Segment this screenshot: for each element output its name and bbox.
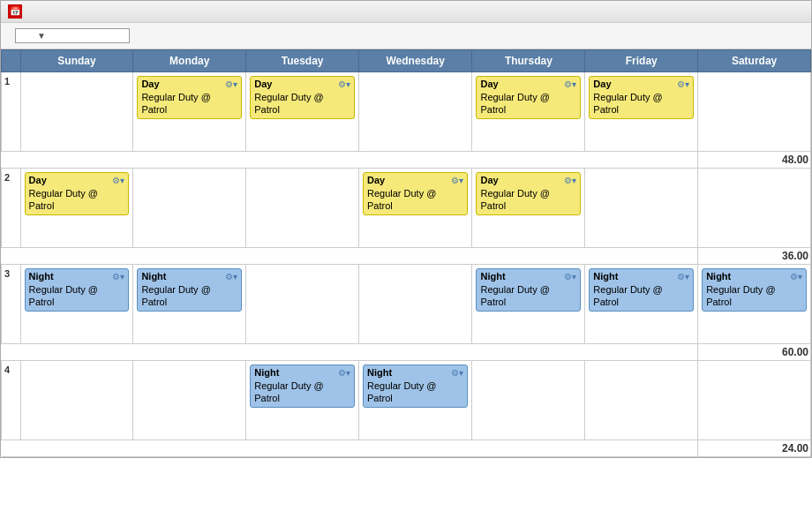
week-total-row-3: 60.00 xyxy=(2,344,811,361)
gear-icon[interactable]: ⚙▾ xyxy=(677,272,689,282)
gear-icon[interactable]: ⚙▾ xyxy=(338,368,350,378)
week-total-row-2: 36.00 xyxy=(2,248,811,265)
schedule-calendar: Sunday Monday Tuesday Wednesday Thursday… xyxy=(1,49,811,457)
cell-week4-friday xyxy=(585,361,698,440)
gear-icon[interactable]: ⚙▾ xyxy=(451,368,463,378)
gear-icon[interactable]: ⚙▾ xyxy=(564,79,576,89)
shift-body: Regular Duty @ Patrol xyxy=(254,91,350,116)
shift-body: Regular Duty @ Patrol xyxy=(141,91,237,116)
week-total-4: 24.00 xyxy=(698,440,811,457)
shift-name: Day xyxy=(480,175,498,185)
cell-week3-monday: Night⚙▾Regular Duty @ Patrol xyxy=(133,265,246,344)
cell-week2-monday xyxy=(133,169,246,248)
week-total-spacer-2 xyxy=(2,248,698,265)
gear-icon[interactable]: ⚙▾ xyxy=(338,79,350,89)
shift-name: Night xyxy=(593,271,618,282)
cell-week2-tuesday xyxy=(246,169,359,248)
shift-header: Night⚙▾ xyxy=(254,367,350,378)
cell-week3-friday: Night⚙▾Regular Duty @ Patrol xyxy=(585,265,698,344)
shift-card-week2-sunday-0: Day⚙▾Regular Duty @ Patrol xyxy=(25,172,130,215)
cell-week3-saturday: Night⚙▾Regular Duty @ Patrol xyxy=(698,265,811,344)
shift-name: Night xyxy=(254,367,279,378)
cell-week4-sunday xyxy=(20,361,133,440)
shift-card-week2-thursday-0: Day⚙▾Regular Duty @ Patrol xyxy=(476,172,581,215)
week-total-1: 48.00 xyxy=(698,152,811,169)
week-row-3: 3Night⚙▾Regular Duty @ PatrolNight⚙▾Regu… xyxy=(2,265,811,344)
week-total-spacer-4 xyxy=(2,440,698,457)
shift-card-week3-sunday-0: Night⚙▾Regular Duty @ Patrol xyxy=(25,268,130,312)
shift-name: Day xyxy=(593,79,611,89)
cell-week4-wednesday: Night⚙▾Regular Duty @ Patrol xyxy=(358,361,471,440)
shift-body: Regular Duty @ Patrol xyxy=(29,283,125,309)
shift-header: Day⚙▾ xyxy=(480,79,576,89)
shift-name: Day xyxy=(254,79,272,89)
shift-name: Night xyxy=(29,271,54,282)
week-total-3: 60.00 xyxy=(698,344,811,361)
calendar-header-row: Sunday Monday Tuesday Wednesday Thursday… xyxy=(2,50,811,72)
shift-card-week3-friday-0: Night⚙▾Regular Duty @ Patrol xyxy=(589,268,694,312)
shift-header: Night⚙▾ xyxy=(593,271,689,282)
week-number-1: 1 xyxy=(2,72,21,152)
shift-body: Regular Duty @ Patrol xyxy=(254,379,350,405)
cell-week4-tuesday: Night⚙▾Regular Duty @ Patrol xyxy=(246,361,359,440)
cell-week3-tuesday xyxy=(246,265,359,344)
shift-header: Day⚙▾ xyxy=(480,175,576,185)
shift-card-week4-tuesday-0: Night⚙▾Regular Duty @ Patrol xyxy=(250,364,355,408)
shift-card-week4-wednesday-0: Night⚙▾Regular Duty @ Patrol xyxy=(363,364,468,408)
shift-header: Night⚙▾ xyxy=(29,271,125,282)
cell-week2-saturday xyxy=(698,169,811,248)
shift-body: Regular Duty @ Patrol xyxy=(480,283,576,309)
shift-card-week1-friday-0: Day⚙▾Regular Duty @ Patrol xyxy=(589,76,694,119)
gear-icon[interactable]: ⚙▾ xyxy=(225,272,237,282)
shift-name: Night xyxy=(367,367,392,378)
shift-header: Night⚙▾ xyxy=(706,271,802,282)
shift-card-week1-tuesday-0: Day⚙▾Regular Duty @ Patrol xyxy=(250,76,355,119)
shift-card-week3-saturday-0: Night⚙▾Regular Duty @ Patrol xyxy=(702,268,807,312)
gear-icon[interactable]: ⚙▾ xyxy=(564,272,576,282)
week-number-4: 4 xyxy=(2,361,21,440)
shift-name: Day xyxy=(29,175,47,185)
week-number-2: 2 xyxy=(2,169,21,248)
main-window: 📅 ▼ Sunday Monday Tuesday Wednesday Thur… xyxy=(0,0,812,458)
header-thursday: Thursday xyxy=(472,50,585,72)
gear-icon[interactable]: ⚙▾ xyxy=(677,79,689,89)
shift-card-week3-monday-0: Night⚙▾Regular Duty @ Patrol xyxy=(137,268,242,312)
week-row-4: 4Night⚙▾Regular Duty @ PatrolNight⚙▾Regu… xyxy=(2,361,811,440)
cell-week4-saturday xyxy=(698,361,811,440)
shift-header: Night⚙▾ xyxy=(367,367,463,378)
week-row-2: 2Day⚙▾Regular Duty @ PatrolDay⚙▾Regular … xyxy=(2,169,811,248)
cell-week1-saturday xyxy=(698,72,811,152)
shift-card-week2-wednesday-0: Day⚙▾Regular Duty @ Patrol xyxy=(363,172,468,215)
gear-icon[interactable]: ⚙▾ xyxy=(564,176,576,185)
header-wednesday: Wednesday xyxy=(358,50,471,72)
shift-body: Regular Duty @ Patrol xyxy=(367,187,463,213)
header-sunday: Sunday xyxy=(20,50,133,72)
shift-header: Night⚙▾ xyxy=(141,271,237,282)
cell-week1-wednesday xyxy=(358,72,471,152)
shift-card-week1-thursday-0: Day⚙▾Regular Duty @ Patrol xyxy=(476,76,581,119)
shift-header: Day⚙▾ xyxy=(141,79,237,89)
dropdown-arrow-icon: ▼ xyxy=(37,31,46,41)
shift-header: Day⚙▾ xyxy=(367,175,463,185)
cell-week2-thursday: Day⚙▾Regular Duty @ Patrol xyxy=(472,169,585,248)
week-total-spacer-1 xyxy=(2,152,698,169)
shift-card-week1-monday-0: Day⚙▾Regular Duty @ Patrol xyxy=(137,76,242,119)
gear-icon[interactable]: ⚙▾ xyxy=(225,79,237,89)
shift-header: Day⚙▾ xyxy=(593,79,689,89)
shift-name: Night xyxy=(480,271,505,282)
cell-week1-thursday: Day⚙▾Regular Duty @ Patrol xyxy=(472,72,585,152)
week-total-row-4: 24.00 xyxy=(2,440,811,457)
gear-icon[interactable]: ⚙▾ xyxy=(790,272,802,282)
shift-body: Regular Duty @ Patrol xyxy=(593,283,689,309)
color-coding-select[interactable]: ▼ xyxy=(15,28,130,43)
shift-header: Day⚙▾ xyxy=(29,175,125,185)
gear-icon[interactable]: ⚙▾ xyxy=(451,176,463,185)
gear-icon[interactable]: ⚙▾ xyxy=(112,272,124,282)
header-monday: Monday xyxy=(133,50,246,72)
cell-week3-wednesday xyxy=(358,265,471,344)
shift-body: Regular Duty @ Patrol xyxy=(367,379,463,405)
gear-icon[interactable]: ⚙▾ xyxy=(112,176,124,185)
title-bar: 📅 xyxy=(1,1,811,23)
week-total-spacer-3 xyxy=(2,344,698,361)
cell-week4-monday xyxy=(133,361,246,440)
